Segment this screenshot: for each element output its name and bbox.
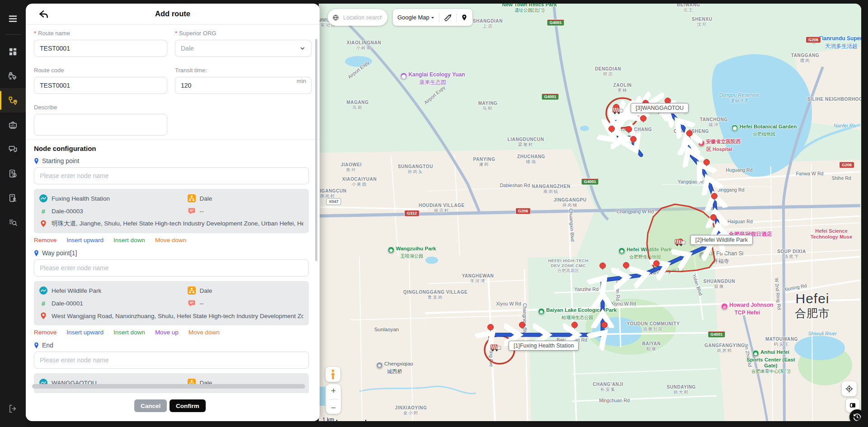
action-insert-down[interactable]: Insert down bbox=[113, 237, 145, 244]
describe-textarea[interactable] bbox=[34, 114, 167, 136]
route-node-pin[interactable] bbox=[641, 116, 646, 122]
node-card-end[interactable]: WANGGAOTOU Dale # Dale-0000 bbox=[34, 373, 309, 394]
org-icon bbox=[188, 194, 196, 202]
sidebar-item-alerts[interactable] bbox=[0, 113, 26, 137]
route-node-pin[interactable] bbox=[654, 261, 660, 267]
superior-org-select[interactable]: Dale bbox=[175, 40, 311, 57]
route-name-input[interactable] bbox=[34, 40, 167, 57]
node-name-input-end[interactable] bbox=[34, 352, 309, 369]
vertical-scrollbar[interactable] bbox=[315, 39, 317, 261]
logout-icon bbox=[8, 404, 18, 414]
map-canvas[interactable]: BEIWANG北王SHENXU沈圩SHANGDIAN上店XIAOLINGNAN小… bbox=[319, 4, 861, 421]
node-section-label: Way point[1] bbox=[42, 249, 77, 257]
sidebar-item-inspect[interactable] bbox=[0, 210, 26, 235]
node-section-waypoint: Way point[1] bbox=[34, 249, 77, 257]
node-org: Dale bbox=[199, 287, 212, 294]
superior-org-label: Superior ORG bbox=[175, 30, 311, 37]
my-location-button[interactable] bbox=[842, 381, 857, 396]
pegman-control[interactable] bbox=[326, 367, 340, 382]
node-actions: RemoveInsert upwardInsert downMove upMov… bbox=[34, 329, 220, 336]
code-hash-icon: # bbox=[39, 300, 47, 307]
route-node-pin[interactable] bbox=[626, 127, 632, 132]
map-scale: 1 km bbox=[322, 417, 366, 421]
vehicle-marker[interactable] bbox=[490, 343, 502, 354]
node-address: West Wangjiang Road, Nanxinzhuang, Shulu… bbox=[52, 313, 303, 319]
action-insert-upward[interactable]: Insert upward bbox=[66, 329, 104, 336]
sidebar-item-menu[interactable] bbox=[0, 6, 26, 31]
action-move-down[interactable]: Move down bbox=[189, 329, 220, 336]
sidebar-item-dashboard[interactable] bbox=[0, 39, 26, 64]
route-node-pin[interactable] bbox=[711, 215, 717, 221]
scale-label: 1 km bbox=[322, 417, 334, 421]
route-node-pin[interactable] bbox=[712, 193, 717, 199]
vehicle-marker[interactable] bbox=[675, 238, 686, 249]
route-code-label: Route code bbox=[34, 67, 167, 74]
bell-chart-icon bbox=[8, 120, 18, 130]
action-move-down[interactable]: Move down bbox=[155, 237, 186, 244]
route-node-pin[interactable] bbox=[519, 322, 525, 328]
node-name-input-start[interactable] bbox=[34, 167, 309, 184]
action-remove[interactable]: Remove bbox=[34, 237, 57, 244]
remark-icon bbox=[188, 207, 196, 215]
node-card-waypoint[interactable]: Hefei Wildlife Park Dale # Dale-00001 -- bbox=[34, 281, 309, 325]
cancel-button[interactable]: Cancel bbox=[134, 399, 167, 412]
measure-ruler-icon[interactable] bbox=[443, 13, 453, 22]
route-node-pin[interactable] bbox=[704, 160, 710, 165]
page-title: Add route bbox=[26, 9, 320, 18]
sidebar-item-routes[interactable] bbox=[0, 88, 26, 113]
maptype-dropdown[interactable]: Google Map bbox=[397, 14, 429, 21]
action-insert-down[interactable]: Insert down bbox=[113, 329, 145, 336]
zoom-out-button[interactable]: − bbox=[326, 404, 341, 412]
route-node-pin[interactable] bbox=[623, 263, 629, 268]
sidebar-item-logout[interactable] bbox=[0, 396, 26, 421]
route-node-pin[interactable] bbox=[687, 131, 693, 136]
sidebar-item-messages[interactable] bbox=[0, 137, 26, 161]
route-overlay-layer bbox=[319, 4, 861, 421]
vehicle-marker[interactable] bbox=[612, 106, 624, 117]
zoom-in-button[interactable]: + bbox=[326, 386, 341, 395]
route-node-pin[interactable] bbox=[602, 322, 608, 328]
describe-label: Describe bbox=[34, 104, 167, 111]
sidebar-item-fleet[interactable] bbox=[0, 64, 26, 88]
action-remove[interactable]: Remove bbox=[34, 329, 57, 336]
globe-icon bbox=[332, 14, 339, 22]
route-node-pin[interactable] bbox=[572, 322, 578, 328]
route-node-pin[interactable] bbox=[600, 263, 606, 269]
horizontal-scrollbar[interactable] bbox=[32, 384, 305, 389]
route-node-pin[interactable] bbox=[609, 126, 615, 132]
location-search-input[interactable] bbox=[342, 14, 383, 21]
document-clock-icon bbox=[8, 169, 18, 179]
superior-org-value: Dale bbox=[181, 45, 194, 52]
crosshair-icon bbox=[845, 385, 854, 393]
address-pin-icon bbox=[39, 312, 47, 320]
node-name-input-waypoint[interactable] bbox=[34, 259, 309, 277]
app-root: BEIWANG北王SHENXU沈圩SHANGDIAN上店XIAOLINGNAN小… bbox=[0, 0, 868, 427]
node-remark: -- bbox=[199, 208, 203, 215]
route-node-pin[interactable] bbox=[631, 136, 637, 142]
transit-time-input[interactable] bbox=[175, 77, 311, 94]
route-code-input[interactable] bbox=[34, 77, 167, 94]
node-map-tooltip: [1]Fuxing Health Station bbox=[509, 341, 579, 351]
transit-time-label: Transit time: bbox=[175, 67, 311, 74]
drop-pin-icon[interactable] bbox=[461, 14, 468, 22]
sidebar-item-tasks[interactable] bbox=[0, 161, 26, 186]
location-search[interactable] bbox=[328, 9, 387, 26]
section-divider bbox=[26, 139, 320, 140]
action-move-up[interactable]: Move up bbox=[155, 329, 179, 336]
node-org: Dale bbox=[199, 195, 212, 202]
truck-clock-icon bbox=[8, 71, 18, 81]
action-insert-upward[interactable]: Insert upward bbox=[66, 237, 104, 244]
node-card-start[interactable]: Fuxing Health Station Dale # Dale-00003 … bbox=[34, 189, 309, 233]
node-address: 明珠大道, Jianghe, Shulu, Hefei State High-t… bbox=[52, 220, 303, 228]
node-section-label: Starting point bbox=[42, 157, 80, 164]
node-section-end: End bbox=[34, 342, 53, 349]
sidebar-item-drivers[interactable] bbox=[0, 186, 26, 210]
panel-header: Add route bbox=[26, 4, 320, 25]
content-area: BEIWANG北王SHENXU沈圩SHANGDIAN上店XIAOLINGNAN小… bbox=[26, 4, 861, 421]
node-remark: -- bbox=[199, 300, 203, 307]
node-name: Hefei Wildlife Park bbox=[52, 287, 101, 294]
route-name-label: Route name bbox=[34, 30, 167, 37]
confirm-button[interactable]: Confirm bbox=[170, 399, 206, 412]
zoom-control: + − bbox=[326, 384, 341, 414]
route-node-pin[interactable] bbox=[488, 324, 494, 330]
